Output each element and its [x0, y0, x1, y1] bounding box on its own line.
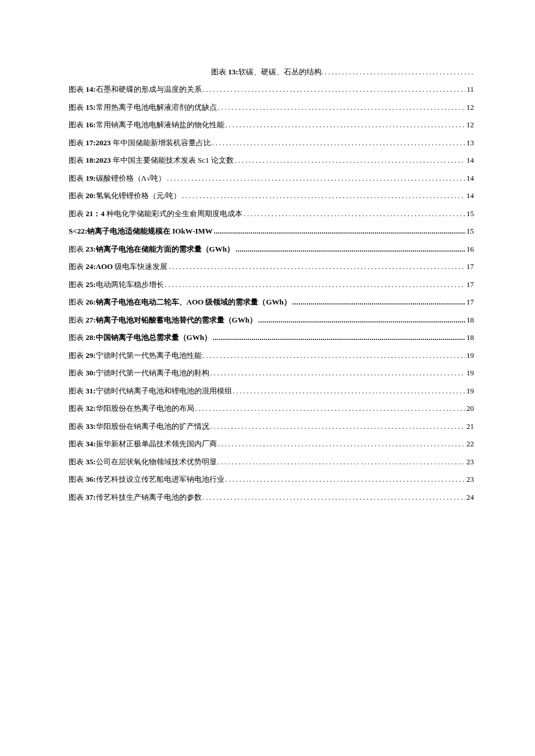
- toc-page-number: 20: [466, 403, 474, 414]
- toc-page-number: 15: [466, 208, 474, 220]
- toc-entry: 图表 31:宁德时代钠离子电池和锂电池的混用模组19: [69, 385, 474, 397]
- toc-leader-dots: [211, 367, 465, 379]
- toc-entry-label: 图表 33:华阳股份在钠离子电池的扩产情况: [69, 421, 209, 432]
- toc-entry-label: S<22:钠离子电池适储能规模在 IOkW-IMW: [69, 225, 213, 237]
- toc-entry: 图表 26:钠离子电池在电动二轮车、AOO 级领域的需求量（GWh）17: [69, 296, 474, 308]
- toc-page-number: 17: [466, 261, 474, 273]
- toc-leader-dots: [218, 102, 465, 113]
- toc-page-number: 14: [466, 173, 474, 184]
- toc-leader-dots: [167, 173, 465, 184]
- toc-entry-label: 图表 30:宁德时代第一代钠离子电池的鞋构: [69, 367, 209, 379]
- toc-entry: 图表 20:氢氧化锂锂价格（元/吨）14: [69, 190, 474, 202]
- toc-entry: 图表 14:石墨和硬碟的形成与温度的关系11: [69, 84, 474, 95]
- toc-leader-dots: [203, 492, 465, 503]
- toc-leader-dots: [195, 403, 465, 414]
- toc-entry: 图表 18:2023 年中国主要储能技术发表 Sc1 论文数14: [69, 155, 474, 166]
- toc-leader-dots: [218, 438, 465, 450]
- toc-page-number: 24: [466, 492, 474, 503]
- toc-leader-dots: [213, 332, 465, 343]
- toc-leader-dots: [218, 456, 465, 468]
- toc-entry: 图表 34:振华新材正极单晶技术领先国内厂商22: [69, 438, 474, 450]
- toc-leader-dots: . . . . . . . . . . . . . . . . . . . . …: [322, 68, 474, 76]
- toc-entry: 图表 21：4 种电化学储能彩式的全生俞周期度电成本15: [69, 208, 474, 220]
- toc-entry: S<22:钠离子电池适储能规模在 IOkW-IMW 15: [69, 225, 474, 237]
- toc-entry-label: 图表 13:软碳、硬碳、石丛的结构: [211, 67, 322, 76]
- toc-entry: 图表 15:常用热离子电池电解液溶剂的优缺点12: [69, 102, 474, 113]
- toc-entry-label: 图表 28:中国钠离子电池总需求量（GWh）: [69, 332, 212, 343]
- toc-leader-dots: [236, 243, 465, 255]
- toc-entry-label: 图表 16:常用钠离子电池电解液钠盐的物化性能: [69, 119, 224, 131]
- table-of-contents: 图表 14:石墨和硬碟的形成与温度的关系11图表 15:常用热离子电池电解液溶剂…: [69, 84, 474, 503]
- toc-leader-dots: [226, 119, 465, 131]
- toc-entry: 图表 36:传艺科技设立传艺船电进军钠电池行业23: [69, 474, 474, 485]
- toc-entry-label: 图表 21：4 种电化学储能彩式的全生俞周期度电成本: [69, 208, 242, 220]
- toc-page-number: 11: [466, 84, 474, 95]
- toc-leader-dots: [244, 208, 465, 220]
- toc-page-number: 17: [466, 279, 474, 291]
- toc-leader-dots: [165, 279, 465, 291]
- toc-entry: 图表 16:常用钠离子电池电解液钠盐的物化性能12: [69, 119, 474, 131]
- toc-leader-dots: [233, 385, 465, 397]
- toc-entry-label: 图表 25:电动两轮车稳步增长: [69, 279, 164, 291]
- toc-page-number: 14: [466, 155, 474, 166]
- toc-entry: 图表 33:华阳股份在钠离子电池的扩产情况21: [69, 421, 474, 432]
- toc-entry-label: 图表 14:石墨和硬碟的形成与温度的关系: [69, 84, 202, 95]
- toc-page-number: 16: [466, 243, 474, 255]
- toc-leader-dots: [226, 474, 465, 485]
- toc-entry-label: 图表 17:2023 年中国储能新增装机容量占比: [69, 137, 211, 149]
- toc-entry-label: 图表 15:常用热离子电池电解液溶剂的优缺点: [69, 102, 217, 113]
- toc-entry-label: 图表 19:碳酸锂价格（Λ√吨）: [69, 173, 166, 184]
- toc-page-number: 15: [466, 225, 474, 237]
- toc-page-number: 23: [466, 474, 474, 485]
- toc-entry-label: 图表 23:钠离子电池在储能方面的需求量（GWh）: [69, 243, 234, 255]
- toc-entry-label: 图表 37:传艺科技生产钠离子电池的参数: [69, 492, 202, 503]
- toc-entry: 图表 30:宁德时代第一代钠离子电池的鞋构19: [69, 367, 474, 379]
- toc-entry: 图表 28:中国钠离子电池总需求量（GWh）18: [69, 332, 474, 343]
- toc-page-number: 23: [466, 456, 474, 468]
- toc-page-number: 22: [466, 438, 474, 450]
- toc-page-number: 19: [466, 367, 474, 379]
- toc-entry-label: 图表 26:钠离子电池在电动二轮车、AOO 级领域的需求量（GWh）: [69, 296, 291, 308]
- toc-entry-label: 图表 20:氢氧化锂锂价格（元/吨）: [69, 190, 181, 202]
- toc-page-number: 18: [466, 314, 474, 326]
- toc-leader-dots: [258, 314, 465, 326]
- toc-first-entry: 图表 13:软碳、硬碳、石丛的结构. . . . . . . . . . . .…: [69, 67, 474, 77]
- toc-entry: 图表 32:华阳股份在热离子电池的布局20: [69, 403, 474, 414]
- toc-page-number: 21: [466, 421, 474, 432]
- toc-leader-dots: [169, 261, 465, 273]
- toc-page-number: 12: [466, 119, 474, 131]
- toc-page-number: 18: [466, 332, 474, 343]
- toc-entry-label: 图表 31:宁德时代钠离子电池和锂电池的混用模组: [69, 385, 232, 397]
- toc-entry: 图表 19:碳酸锂价格（Λ√吨）14: [69, 173, 474, 184]
- toc-entry: 图表 35:公司在层状氧化物领域技术优势明显23: [69, 456, 474, 468]
- toc-entry: 图表 25:电动两轮车稳步增长17: [69, 279, 474, 291]
- toc-page-number: 13: [466, 137, 474, 149]
- toc-entry-label: 图表 27:钠离子电池对铅酸蓄电池替代的需求量（GWh）: [69, 314, 257, 326]
- toc-page-number: 19: [466, 385, 474, 397]
- toc-entry-label: 图表 36:传艺科技设立传艺船电进军钠电池行业: [69, 474, 224, 485]
- toc-entry-label: 图表 24:AOO 级电车快速发展: [69, 261, 167, 273]
- toc-leader-dots: [182, 190, 465, 202]
- toc-entry: 图表 27:钠离子电池对铅酸蓄电池替代的需求量（GWh）18: [69, 314, 474, 326]
- toc-page-number: 12: [466, 102, 474, 113]
- toc-leader-dots: [211, 421, 465, 432]
- toc-leader-dots: [214, 225, 465, 237]
- toc-leader-dots: [293, 296, 465, 308]
- toc-entry: 图表 29:宁德时代第一代热离子电池性能19: [69, 350, 474, 361]
- toc-page-number: 19: [466, 350, 474, 361]
- toc-page-number: 14: [466, 190, 474, 202]
- toc-entry-label: 图表 34:振华新材正极单晶技术领先国内厂商: [69, 438, 217, 450]
- toc-leader-dots: [212, 137, 465, 149]
- toc-entry-label: 图表 29:宁德时代第一代热离子电池性能: [69, 350, 202, 361]
- toc-entry-label: 图表 18:2023 年中国主要储能技术发表 Sc1 论文数: [69, 155, 234, 166]
- toc-page-number: 17: [466, 296, 474, 308]
- toc-leader-dots: [203, 350, 465, 361]
- toc-entry: 图表 37:传艺科技生产钠离子电池的参数24: [69, 492, 474, 503]
- toc-leader-dots: [203, 84, 466, 95]
- toc-entry: 图表 17:2023 年中国储能新增装机容量占比13: [69, 137, 474, 149]
- toc-leader-dots: [235, 155, 465, 166]
- toc-entry-label: 图表 32:华阳股份在热离子电池的布局: [69, 403, 194, 414]
- toc-entry: 图表 24:AOO 级电车快速发展17: [69, 261, 474, 273]
- toc-entry-label: 图表 35:公司在层状氧化物领域技术优势明显: [69, 456, 217, 468]
- toc-entry: 图表 23:钠离子电池在储能方面的需求量（GWh）16: [69, 243, 474, 255]
